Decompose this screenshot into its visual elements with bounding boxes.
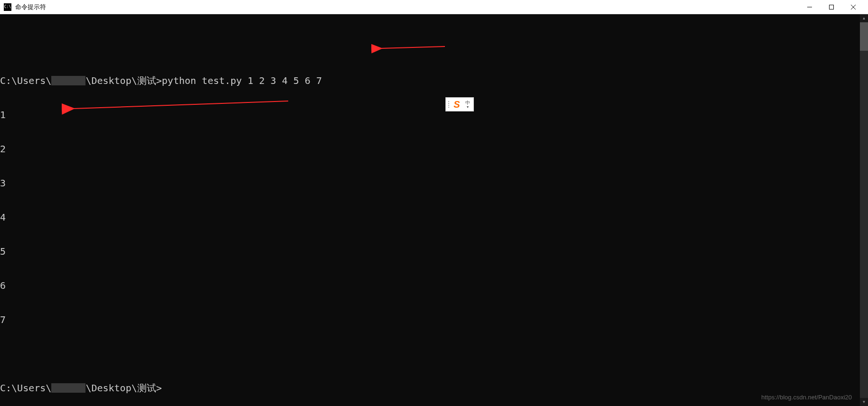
output-line: 6 [0, 280, 860, 291]
output-line: 3 [0, 177, 860, 189]
svg-rect-1 [830, 5, 834, 9]
ime-floating-widget[interactable]: S 中 ▼ [445, 97, 474, 111]
scrollbar-down-arrow[interactable]: ▼ [860, 398, 868, 406]
ime-mode-toggle[interactable]: 中 ▼ [463, 98, 472, 111]
output-line: 2 [0, 143, 860, 155]
output-line: 5 [0, 246, 860, 257]
annotation-arrow-2 [33, 88, 291, 127]
output-line: 1 [0, 109, 860, 120]
cmd-icon: C:\ [4, 3, 11, 11]
window-titlebar: C:\ 命令提示符 [0, 0, 868, 14]
redacted-username [51, 383, 85, 393]
scrollbar-thumb[interactable] [860, 22, 868, 51]
close-button[interactable] [842, 0, 864, 14]
ime-drag-handle[interactable] [446, 98, 451, 111]
output-line: 7 [0, 314, 860, 325]
output-line: 4 [0, 212, 860, 223]
scrollbar-up-arrow[interactable]: ▲ [860, 14, 868, 22]
scrollbar-track[interactable] [860, 22, 868, 398]
minimize-button[interactable] [799, 0, 821, 14]
vertical-scrollbar[interactable]: ▲ ▼ [860, 14, 868, 406]
maximize-button[interactable] [821, 0, 842, 14]
window-title: 命令提示符 [15, 3, 799, 11]
terminal-output[interactable]: C:\Users\\Desktop\测试>python test.py 1 2 … [0, 14, 860, 406]
sogou-logo-icon: S [451, 98, 463, 111]
redacted-username [51, 76, 85, 85]
window-controls [799, 0, 864, 14]
prompt-line: C:\Users\\Desktop\测试> [0, 382, 860, 394]
svg-line-7 [73, 101, 288, 109]
watermark: https://blog.csdn.net/PanDaoxi20 [761, 392, 852, 403]
command-line: C:\Users\\Desktop\测试>python test.py 1 2 … [0, 75, 860, 86]
